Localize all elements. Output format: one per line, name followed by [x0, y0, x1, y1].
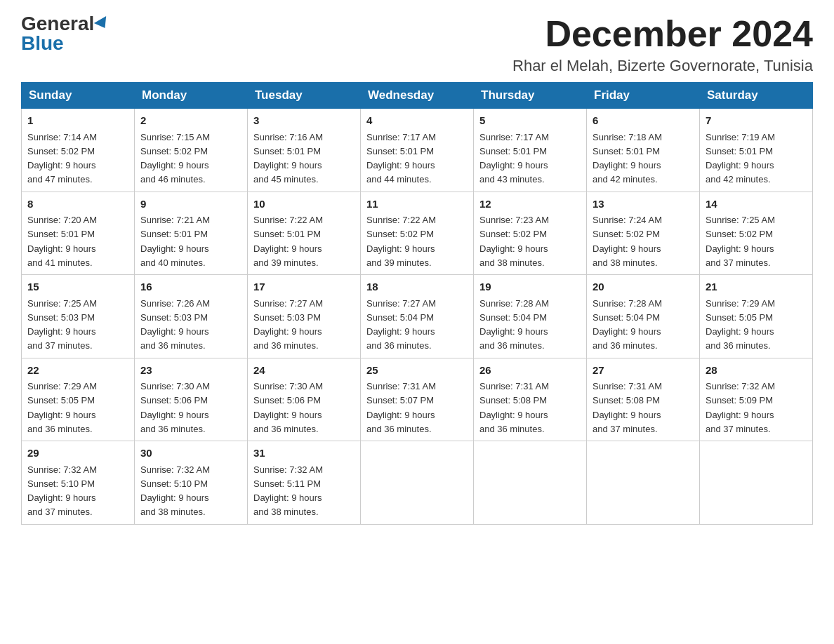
day-info: Sunrise: 7:28 AMSunset: 5:04 PMDaylight:… — [593, 298, 662, 351]
day-cell-20: 20 Sunrise: 7:28 AMSunset: 5:04 PMDaylig… — [587, 275, 700, 358]
day-cell-25: 25 Sunrise: 7:31 AMSunset: 5:07 PMDaylig… — [361, 358, 474, 441]
day-info: Sunrise: 7:31 AMSunset: 5:07 PMDaylight:… — [366, 381, 436, 434]
day-info: Sunrise: 7:22 AMSunset: 5:01 PMDaylight:… — [253, 215, 323, 268]
day-info: Sunrise: 7:21 AMSunset: 5:01 PMDaylight:… — [140, 215, 210, 268]
logo-general-text: General — [21, 14, 94, 34]
week-row-1: 1 Sunrise: 7:14 AMSunset: 5:02 PMDayligh… — [22, 109, 813, 192]
day-cell-24: 24 Sunrise: 7:30 AMSunset: 5:06 PMDaylig… — [248, 358, 361, 441]
day-cell-30: 30 Sunrise: 7:32 AMSunset: 5:10 PMDaylig… — [135, 441, 248, 525]
day-number: 24 — [253, 363, 355, 379]
day-info: Sunrise: 7:31 AMSunset: 5:08 PMDaylight:… — [479, 381, 549, 434]
day-cell-13: 13 Sunrise: 7:24 AMSunset: 5:02 PMDaylig… — [587, 192, 700, 275]
day-number: 7 — [706, 113, 807, 129]
day-number: 4 — [366, 113, 468, 129]
day-cell-3: 3 Sunrise: 7:16 AMSunset: 5:01 PMDayligh… — [248, 109, 361, 192]
day-number: 13 — [593, 196, 694, 213]
day-info: Sunrise: 7:30 AMSunset: 5:06 PMDaylight:… — [140, 381, 210, 434]
day-cell-1: 1 Sunrise: 7:14 AMSunset: 5:02 PMDayligh… — [22, 109, 135, 192]
day-info: Sunrise: 7:31 AMSunset: 5:08 PMDaylight:… — [593, 381, 662, 434]
day-info: Sunrise: 7:16 AMSunset: 5:01 PMDaylight:… — [253, 132, 323, 185]
day-cell-12: 12 Sunrise: 7:23 AMSunset: 5:02 PMDaylig… — [474, 192, 587, 275]
day-number: 15 — [27, 279, 128, 295]
header-wednesday: Wednesday — [361, 83, 474, 109]
day-cell-5: 5 Sunrise: 7:17 AMSunset: 5:01 PMDayligh… — [474, 109, 587, 192]
day-info: Sunrise: 7:15 AMSunset: 5:02 PMDaylight:… — [140, 132, 210, 185]
day-info: Sunrise: 7:17 AMSunset: 5:01 PMDaylight:… — [479, 132, 549, 185]
day-info: Sunrise: 7:28 AMSunset: 5:04 PMDaylight:… — [479, 298, 549, 351]
day-number: 2 — [140, 113, 241, 129]
day-cell-21: 21 Sunrise: 7:29 AMSunset: 5:05 PMDaylig… — [700, 275, 813, 358]
day-info: Sunrise: 7:24 AMSunset: 5:02 PMDaylight:… — [593, 215, 662, 268]
day-cell-15: 15 Sunrise: 7:25 AMSunset: 5:03 PMDaylig… — [22, 275, 135, 358]
day-number: 19 — [479, 279, 581, 295]
day-number: 21 — [706, 279, 807, 295]
day-number: 8 — [27, 196, 128, 213]
day-cell-4: 4 Sunrise: 7:17 AMSunset: 5:01 PMDayligh… — [361, 109, 474, 192]
day-info: Sunrise: 7:14 AMSunset: 5:02 PMDaylight:… — [27, 132, 97, 185]
day-info: Sunrise: 7:30 AMSunset: 5:06 PMDaylight:… — [253, 381, 323, 434]
day-number: 14 — [706, 196, 807, 213]
day-cell-2: 2 Sunrise: 7:15 AMSunset: 5:02 PMDayligh… — [135, 109, 248, 192]
day-number: 10 — [253, 196, 355, 213]
day-info: Sunrise: 7:27 AMSunset: 5:03 PMDaylight:… — [253, 298, 323, 351]
day-number: 3 — [253, 113, 355, 129]
header-friday: Friday — [587, 83, 700, 109]
day-info: Sunrise: 7:25 AMSunset: 5:03 PMDaylight:… — [27, 298, 97, 351]
day-info: Sunrise: 7:27 AMSunset: 5:04 PMDaylight:… — [366, 298, 436, 351]
week-row-4: 22 Sunrise: 7:29 AMSunset: 5:05 PMDaylig… — [22, 358, 813, 441]
empty-cell — [700, 441, 813, 525]
day-cell-14: 14 Sunrise: 7:25 AMSunset: 5:02 PMDaylig… — [700, 192, 813, 275]
logo-blue-text: Blue — [21, 34, 64, 53]
day-cell-8: 8 Sunrise: 7:20 AMSunset: 5:01 PMDayligh… — [22, 192, 135, 275]
day-info: Sunrise: 7:29 AMSunset: 5:05 PMDaylight:… — [706, 298, 775, 351]
day-info: Sunrise: 7:32 AMSunset: 5:10 PMDaylight:… — [140, 464, 210, 518]
day-cell-10: 10 Sunrise: 7:22 AMSunset: 5:01 PMDaylig… — [248, 192, 361, 275]
header-tuesday: Tuesday — [248, 83, 361, 109]
day-cell-18: 18 Sunrise: 7:27 AMSunset: 5:04 PMDaylig… — [361, 275, 474, 358]
day-info: Sunrise: 7:25 AMSunset: 5:02 PMDaylight:… — [706, 215, 775, 268]
week-row-5: 29 Sunrise: 7:32 AMSunset: 5:10 PMDaylig… — [22, 441, 813, 525]
day-cell-16: 16 Sunrise: 7:26 AMSunset: 5:03 PMDaylig… — [135, 275, 248, 358]
day-number: 31 — [253, 445, 355, 462]
day-number: 30 — [140, 445, 241, 462]
day-number: 27 — [593, 363, 694, 379]
header-saturday: Saturday — [700, 83, 813, 109]
header-monday: Monday — [135, 83, 248, 109]
logo-triangle-icon — [94, 16, 111, 32]
day-cell-26: 26 Sunrise: 7:31 AMSunset: 5:08 PMDaylig… — [474, 358, 587, 441]
calendar-header-row: SundayMondayTuesdayWednesdayThursdayFrid… — [22, 83, 813, 109]
day-cell-19: 19 Sunrise: 7:28 AMSunset: 5:04 PMDaylig… — [474, 275, 587, 358]
title-section: December 2024 Rhar el Melah, Bizerte Gov… — [512, 14, 813, 75]
logo: General Blue — [21, 14, 110, 53]
day-number: 25 — [366, 363, 468, 379]
day-number: 9 — [140, 196, 241, 213]
day-info: Sunrise: 7:19 AMSunset: 5:01 PMDaylight:… — [706, 132, 775, 185]
day-number: 11 — [366, 196, 468, 213]
day-number: 17 — [253, 279, 355, 295]
day-info: Sunrise: 7:26 AMSunset: 5:03 PMDaylight:… — [140, 298, 210, 351]
empty-cell — [361, 441, 474, 525]
page-header: General Blue December 2024 Rhar el Melah… — [21, 14, 813, 75]
day-number: 22 — [27, 363, 128, 379]
day-info: Sunrise: 7:20 AMSunset: 5:01 PMDaylight:… — [27, 215, 97, 268]
day-info: Sunrise: 7:17 AMSunset: 5:01 PMDaylight:… — [366, 132, 436, 185]
day-number: 29 — [27, 445, 128, 462]
month-title: December 2024 — [512, 14, 813, 54]
day-number: 12 — [479, 196, 581, 213]
header-sunday: Sunday — [22, 83, 135, 109]
day-number: 20 — [593, 279, 694, 295]
week-row-2: 8 Sunrise: 7:20 AMSunset: 5:01 PMDayligh… — [22, 192, 813, 275]
day-cell-17: 17 Sunrise: 7:27 AMSunset: 5:03 PMDaylig… — [248, 275, 361, 358]
day-number: 26 — [479, 363, 581, 379]
day-cell-28: 28 Sunrise: 7:32 AMSunset: 5:09 PMDaylig… — [700, 358, 813, 441]
day-number: 23 — [140, 363, 241, 379]
empty-cell — [587, 441, 700, 525]
day-number: 18 — [366, 279, 468, 295]
day-number: 16 — [140, 279, 241, 295]
day-cell-27: 27 Sunrise: 7:31 AMSunset: 5:08 PMDaylig… — [587, 358, 700, 441]
day-info: Sunrise: 7:32 AMSunset: 5:10 PMDaylight:… — [27, 464, 97, 518]
day-number: 28 — [706, 363, 807, 379]
day-cell-7: 7 Sunrise: 7:19 AMSunset: 5:01 PMDayligh… — [700, 109, 813, 192]
day-cell-31: 31 Sunrise: 7:32 AMSunset: 5:11 PMDaylig… — [248, 441, 361, 525]
day-cell-9: 9 Sunrise: 7:21 AMSunset: 5:01 PMDayligh… — [135, 192, 248, 275]
